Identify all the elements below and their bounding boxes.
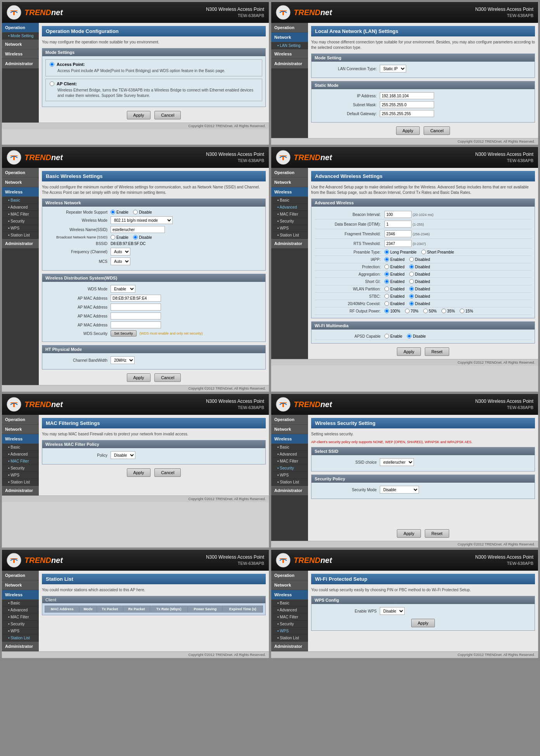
broadcast-enable-radio[interactable] bbox=[111, 235, 115, 240]
wds-mac4-input[interactable] bbox=[111, 321, 161, 328]
sidebar-network-sl[interactable]: Network bbox=[2, 580, 39, 590]
sidebar-basic-aw[interactable]: Basic bbox=[271, 197, 308, 204]
sidebar-item-mode-setting[interactable]: Mode Setting bbox=[2, 33, 39, 40]
enable-wps-select[interactable]: Disable Enable bbox=[380, 607, 405, 615]
cancel-button-bw[interactable]: Cancel bbox=[154, 373, 181, 382]
repeater-enable-radio[interactable] bbox=[111, 210, 115, 214]
sidebar-operation-wps[interactable]: Operation bbox=[271, 571, 308, 580]
channel-bw-select[interactable]: 20MHz40MHz bbox=[111, 356, 135, 364]
sidebar-wps-wps[interactable]: WPS bbox=[271, 628, 308, 635]
sidebar-wps-aw[interactable]: WPS bbox=[271, 225, 308, 232]
sidebar-wps-sl[interactable]: WPS bbox=[2, 628, 39, 635]
sidebar-wireless-mf[interactable]: Wireless bbox=[2, 434, 39, 444]
sidebar-admin-wps[interactable]: Administrator bbox=[271, 642, 308, 651]
sidebar-wireless-bw[interactable]: Wireless bbox=[2, 187, 39, 197]
rf-100-radio[interactable] bbox=[384, 309, 389, 313]
broadcast-disable-radio[interactable] bbox=[133, 235, 138, 240]
sidebar-admin-mf[interactable]: Administrator bbox=[2, 486, 39, 495]
sidebar-network-sec[interactable]: Network bbox=[271, 425, 308, 434]
wlan-disabled-radio[interactable] bbox=[409, 287, 414, 291]
subnet-mask-input[interactable] bbox=[380, 101, 434, 108]
protection-disabled-radio[interactable] bbox=[409, 264, 414, 269]
sidebar-operation-sec[interactable]: Operation bbox=[271, 415, 308, 425]
sidebar-admin-sec[interactable]: Administrator bbox=[271, 486, 308, 495]
fragment-input[interactable] bbox=[384, 230, 412, 237]
sidebar-network-wps[interactable]: Network bbox=[271, 580, 308, 590]
sidebar-security-sec[interactable]: Security bbox=[271, 465, 308, 472]
default-gateway-input[interactable] bbox=[380, 110, 434, 117]
rf-35-radio[interactable] bbox=[441, 309, 446, 313]
sidebar-advanced-sec[interactable]: Advanced bbox=[271, 451, 308, 458]
mcs-select[interactable]: Auto bbox=[111, 257, 130, 265]
sidebar-admin-sl[interactable]: Administrator bbox=[2, 642, 39, 651]
sidebar-macfilter-sl[interactable]: MAC Filter bbox=[2, 614, 39, 621]
sidebar-stationlist-sl[interactable]: Station List bbox=[2, 635, 39, 642]
rts-input[interactable] bbox=[384, 240, 412, 247]
sidebar-security-sl[interactable]: Security bbox=[2, 621, 39, 628]
sidebar-basic-sl[interactable]: Basic bbox=[2, 600, 39, 607]
reset-button-aw[interactable]: Reset bbox=[425, 347, 449, 356]
sidebar-advanced-mf[interactable]: Advanced bbox=[2, 451, 39, 458]
sidebar-security-wps[interactable]: Security bbox=[271, 621, 308, 628]
sidebar-operation-lan[interactable]: Operation bbox=[271, 23, 308, 33]
sidebar-section-admin[interactable]: Administrator bbox=[2, 59, 39, 69]
sidebar-basic-wps[interactable]: Basic bbox=[271, 600, 308, 607]
sidebar-operation-aw[interactable]: Operation bbox=[271, 168, 308, 178]
sidebar-section-operation[interactable]: Operation bbox=[2, 23, 39, 33]
sidebar-macfilter-bw[interactable]: MAC Filter bbox=[2, 211, 39, 218]
protection-enabled-radio[interactable] bbox=[384, 264, 389, 269]
sidebar-security-mf[interactable]: Security bbox=[2, 465, 39, 472]
sidebar-admin-aw[interactable]: Administrator bbox=[271, 239, 308, 249]
apply-button-aw[interactable]: Apply bbox=[397, 347, 421, 356]
sidebar-lan-setting[interactable]: LAN Setting bbox=[271, 42, 308, 49]
sidebar-wireless-aw[interactable]: Wireless bbox=[271, 187, 308, 197]
sidebar-macfilter-mf[interactable]: MAC Filter bbox=[2, 458, 39, 465]
sidebar-wireless-sec[interactable]: Wireless bbox=[271, 434, 308, 444]
sidebar-security-aw[interactable]: Security bbox=[271, 218, 308, 225]
agg-enabled-radio[interactable] bbox=[384, 272, 389, 276]
sidebar-basic-sec[interactable]: Basic bbox=[271, 444, 308, 451]
wlan-enabled-radio[interactable] bbox=[384, 287, 389, 291]
apsd-enable-radio[interactable] bbox=[384, 334, 389, 338]
sidebar-advanced-wps[interactable]: Advanced bbox=[271, 607, 308, 614]
sidebar-wireless-lan[interactable]: Wireless bbox=[271, 49, 308, 59]
preamble-short-radio[interactable] bbox=[421, 250, 426, 254]
radio-ap[interactable] bbox=[50, 62, 54, 67]
sidebar-admin-bw[interactable]: Administrator bbox=[2, 239, 39, 249]
rf-50-radio[interactable] bbox=[423, 309, 428, 313]
sidebar-network-mf[interactable]: Network bbox=[2, 425, 39, 434]
agg-disabled-radio[interactable] bbox=[409, 272, 414, 276]
sidebar-stationlist-mf[interactable]: Station List bbox=[2, 479, 39, 486]
sidebar-advanced-sl[interactable]: Advanced bbox=[2, 607, 39, 614]
repeater-disable-radio[interactable] bbox=[133, 210, 138, 214]
sidebar-wireless-sl[interactable]: Wireless bbox=[2, 590, 39, 600]
beacon-interval-input[interactable] bbox=[384, 211, 412, 218]
sidebar-operation-mf[interactable]: Operation bbox=[2, 415, 39, 425]
ssid-input[interactable] bbox=[111, 226, 165, 233]
apply-button-sec[interactable]: Apply bbox=[397, 529, 421, 538]
sidebar-operation-bw[interactable]: Operation bbox=[2, 168, 39, 178]
sidebar-section-network[interactable]: Network bbox=[2, 40, 39, 49]
sidebar-operation-sl[interactable]: Operation bbox=[2, 571, 39, 580]
sidebar-stationlist-aw[interactable]: Station List bbox=[271, 232, 308, 239]
sidebar-macfilter-sec[interactable]: MAC Filter bbox=[271, 458, 308, 465]
apply-button-op[interactable]: Apply bbox=[127, 111, 151, 119]
sidebar-macfilter-wps[interactable]: MAC Filter bbox=[271, 614, 308, 621]
reset-button-sec[interactable]: Reset bbox=[425, 529, 449, 538]
channel-select[interactable]: Auto bbox=[111, 248, 130, 255]
wds-mac3-input[interactable] bbox=[111, 312, 161, 319]
sidebar-wireless-wps[interactable]: Wireless bbox=[271, 590, 308, 600]
security-mode-select[interactable]: Disable WEP WPA-Personal WPA2-Personal bbox=[380, 486, 419, 494]
ssid-choice-select[interactable]: estellerucher bbox=[380, 458, 414, 466]
wds-mac1-input[interactable] bbox=[111, 295, 161, 302]
sidebar-macfilter-aw[interactable]: MAC Filter bbox=[271, 211, 308, 218]
preamble-long-radio[interactable] bbox=[384, 250, 389, 254]
shortgi-enabled-radio[interactable] bbox=[384, 279, 389, 284]
wds-mac2-input[interactable] bbox=[111, 304, 161, 311]
rf-15-radio[interactable] bbox=[460, 309, 464, 313]
sidebar-security-bw[interactable]: Security bbox=[2, 218, 39, 225]
apply-button-wps[interactable]: Apply bbox=[411, 619, 435, 627]
lan-connection-select[interactable]: Static IP DHCP bbox=[380, 65, 406, 72]
sidebar-advanced-bw[interactable]: Advanced bbox=[2, 204, 39, 211]
coexist-enabled-radio[interactable] bbox=[384, 301, 389, 306]
